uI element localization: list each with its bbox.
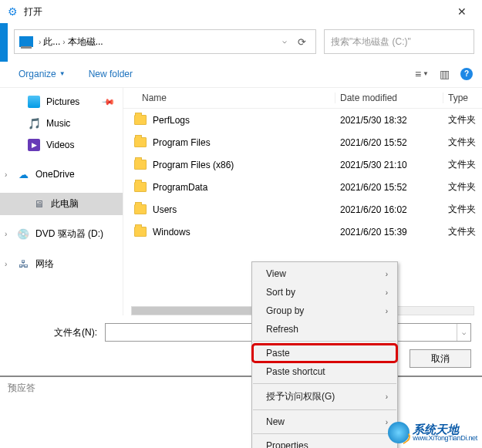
nav-network[interactable]: › 🖧 网络 (0, 253, 123, 275)
drive-icon (19, 36, 33, 47)
file-date: 2021/5/30 18:32 (335, 115, 443, 126)
nav-label: OneDrive (35, 169, 75, 180)
ctx-paste-shortcut[interactable]: Paste shortcut (252, 362, 397, 381)
file-name: Windows (153, 227, 335, 237)
nav-music[interactable]: 🎵 Music (0, 113, 123, 134)
chevron-right-icon[interactable]: › (5, 260, 7, 268)
table-row[interactable]: PerfLogs2021/5/30 18:32文件夹 (123, 109, 482, 131)
ctx-paste[interactable]: Paste (252, 344, 397, 362)
dropdown-chevron-icon[interactable]: ⌵ (282, 36, 287, 48)
ctx-new[interactable]: New› (252, 413, 397, 431)
menu-separator (253, 409, 396, 410)
organize-label: Organize (19, 69, 56, 79)
file-type: 文件夹 (443, 113, 482, 126)
ctx-sortby[interactable]: Sort by› (252, 283, 397, 301)
column-headers[interactable]: Name Date modified Type (123, 88, 482, 109)
search-input[interactable] (331, 36, 467, 47)
nav-label: 网络 (35, 258, 54, 271)
chevron-right-icon: › (386, 270, 388, 278)
chevron-down-icon: ▼ (59, 70, 66, 77)
window-title: 打开 (24, 5, 450, 19)
file-type: 文件夹 (443, 158, 482, 171)
nav-this-pc[interactable]: 🖥 此电脑 (0, 193, 123, 215)
toolbar: Organize ▼ New folder ≡ ▼ ▥ ? (0, 60, 482, 88)
folder-icon (134, 227, 147, 237)
file-date: 2021/5/30 21:10 (335, 160, 443, 170)
gear-icon: ⚙ (8, 5, 18, 18)
watermark-url: www.XiTongTianDi.net (413, 435, 477, 442)
address-bar-row: › 此... › 本地磁... ⌵ ⟳ (0, 23, 482, 60)
globe-icon (388, 422, 410, 443)
ctx-grant-access[interactable]: 授予访问权限(G)› (252, 386, 397, 407)
menu-separator (253, 383, 396, 384)
filename-row: 文件名(N): ⌵ (0, 315, 482, 349)
nav-label: DVD 驱动器 (D:) (35, 227, 103, 241)
col-type[interactable]: Type (443, 93, 482, 103)
watermark: 系统天地 www.XiTongTianDi.net (388, 422, 477, 443)
cloud-icon: ☁ (17, 168, 29, 180)
table-row[interactable]: Program Files (x86)2021/5/30 21:10文件夹 (123, 153, 482, 176)
table-row[interactable]: Windows2021/6/20 15:39文件夹 (123, 221, 482, 243)
video-icon: ▶ (28, 139, 40, 151)
chevron-right-icon: › (60, 38, 67, 46)
ctx-view[interactable]: View› (252, 264, 397, 283)
nav-pictures[interactable]: Pictures 📌 (0, 91, 123, 113)
new-folder-button[interactable]: New folder (84, 66, 137, 83)
organize-button[interactable]: Organize ▼ (14, 66, 70, 83)
title-bar: ⚙ 打开 ✕ (0, 0, 482, 23)
refresh-icon[interactable]: ⟳ (298, 36, 306, 48)
chevron-down-icon[interactable]: ⌵ (457, 324, 470, 341)
network-icon: 🖧 (17, 258, 29, 271)
ctx-groupby[interactable]: Group by› (252, 301, 397, 320)
ctx-properties[interactable]: Properties (252, 436, 397, 448)
nav-onedrive[interactable]: › ☁ OneDrive (0, 163, 123, 185)
file-type: 文件夹 (443, 136, 482, 149)
file-type: 文件夹 (443, 180, 482, 194)
nav-tree: Pictures 📌 🎵 Music ▶ Videos › ☁ OneDrive… (0, 88, 123, 315)
nav-dvd[interactable]: › 💿 DVD 驱动器 (D:) (0, 223, 123, 245)
file-name: Program Files (153, 137, 335, 148)
chevron-right-icon[interactable]: › (5, 230, 7, 238)
file-name: PerfLogs (153, 115, 335, 126)
table-row[interactable]: Program Files2021/6/20 15:52文件夹 (123, 131, 482, 153)
search-box[interactable] (324, 29, 474, 54)
watermark-title: 系统天地 (413, 423, 477, 435)
file-date: 2021/6/20 15:52 (335, 182, 443, 193)
folder-icon (134, 115, 147, 125)
new-folder-label: New folder (89, 69, 133, 79)
nav-videos[interactable]: ▶ Videos (0, 134, 123, 156)
col-date[interactable]: Date modified (335, 93, 443, 103)
chevron-right-icon: › (386, 288, 388, 297)
file-list[interactable]: PerfLogs2021/5/30 18:32文件夹Program Files2… (123, 109, 482, 243)
breadcrumb-current[interactable]: 本地磁... (68, 35, 103, 49)
cancel-button[interactable]: 取消 (410, 349, 471, 368)
file-name: Users (153, 204, 335, 215)
disc-icon: 💿 (17, 228, 29, 241)
chevron-right-icon[interactable]: › (5, 170, 7, 179)
view-list-button[interactable]: ≡ ▼ (415, 68, 429, 80)
filename-label: 文件名(N): (54, 326, 97, 339)
close-button[interactable]: ✕ (450, 2, 474, 21)
help-button[interactable]: ? (460, 68, 473, 80)
table-row[interactable]: Users2021/6/20 16:02文件夹 (123, 198, 482, 221)
ctx-refresh[interactable]: Refresh (252, 320, 397, 339)
nav-label: 此电脑 (51, 197, 79, 211)
nav-label: Pictures (46, 96, 79, 107)
left-accent-strip (0, 23, 8, 62)
main-area: Pictures 📌 🎵 Music ▶ Videos › ☁ OneDrive… (0, 88, 482, 315)
music-icon: 🎵 (28, 117, 40, 130)
table-row[interactable]: ProgramData2021/6/20 15:52文件夹 (123, 176, 482, 198)
pin-icon: 📌 (100, 94, 115, 109)
menu-separator (253, 433, 396, 434)
file-date: 2021/6/20 15:39 (335, 227, 443, 237)
nav-label: Music (46, 118, 70, 129)
breadcrumb-root[interactable]: 此... (43, 35, 60, 49)
pictures-icon (28, 96, 40, 108)
col-name[interactable]: Name (123, 93, 335, 103)
footer-text: 预应答 (8, 382, 35, 393)
preview-pane-button[interactable]: ▥ (440, 68, 450, 80)
chevron-right-icon: › (386, 392, 388, 401)
dialog-buttons: 取消 (0, 349, 482, 376)
breadcrumb[interactable]: › 此... › 本地磁... ⌵ ⟳ (14, 29, 316, 54)
chevron-right-icon: › (36, 38, 43, 46)
